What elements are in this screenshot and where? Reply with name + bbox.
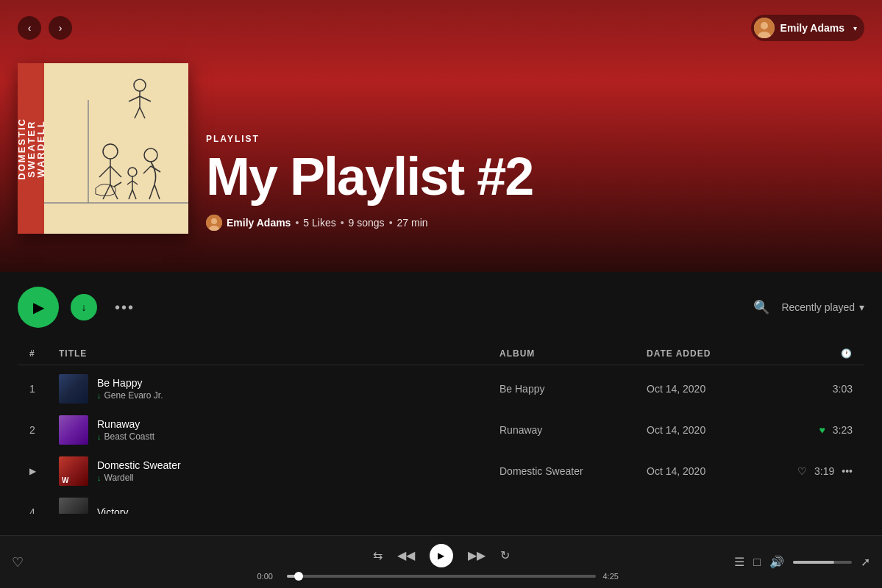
track-number: ▶ [29, 466, 59, 476]
volume-slider[interactable] [793, 561, 852, 564]
back-button[interactable]: ‹ [18, 16, 41, 40]
track-duration: ♡ 3:19 ••• [794, 465, 853, 477]
download-button[interactable]: ↓ [71, 294, 97, 320]
track-artist: ↓ Wardell [97, 473, 181, 483]
downloaded-icon: ↓ [97, 391, 102, 400]
controls-bar: ▶ ↓ ••• 🔍 Recently played ▾ [0, 272, 882, 343]
meta-avatar [206, 215, 222, 231]
playlist-meta: Emily Adams • 5 Likes • 9 songs • 27 min [206, 215, 864, 231]
header-album: ALBUM [499, 348, 647, 359]
player-left: ♡ [12, 554, 232, 570]
heart-icon[interactable]: ♡ [797, 465, 807, 477]
album-spine: DOMESTICSWEATERWARDELL [18, 63, 44, 234]
forward-button[interactable]: › [49, 16, 72, 40]
track-list: # TITLE ALBUM DATE ADDED 🕐 1 Be Happy ↓ … [0, 343, 882, 514]
progress-dot [294, 572, 303, 581]
table-row[interactable]: 2 Runaway ↓ Beast Coastt Runaway Oct 14,… [18, 409, 864, 451]
track-info: Be Happy ↓ Gene Evaro Jr. [59, 374, 499, 404]
top-bar: ‹ › Emily Adams ▾ [18, 15, 864, 41]
search-button[interactable]: 🔍 [753, 299, 769, 315]
track-name: Victory [97, 506, 129, 514]
track-name: Runaway [97, 418, 154, 430]
meta-duration: 27 min [397, 217, 428, 229]
progress-bar[interactable]: 0:00 4:25 [257, 572, 625, 581]
time-current: 0:00 [257, 572, 280, 581]
header-title: TITLE [59, 348, 499, 359]
track-duration: ♥ 3:23 [794, 424, 853, 436]
player-controls: ⇆ ◀◀ ▶ ▶▶ ↻ [373, 544, 510, 567]
header-num: # [29, 348, 59, 359]
play-button[interactable]: ▶ [18, 287, 59, 328]
hero-section: ‹ › Emily Adams ▾ DOMESTICSWEATERWARDELL [0, 0, 882, 272]
more-options-button[interactable]: ••• [109, 296, 141, 319]
heart-icon[interactable]: ♥ [819, 424, 825, 436]
previous-button[interactable]: ◀◀ [397, 548, 415, 562]
volume-fill [793, 561, 834, 564]
svg-rect-3 [44, 63, 188, 234]
table-row[interactable]: 1 Be Happy ↓ Gene Evaro Jr. Be Happy Oct… [18, 368, 864, 409]
play-pause-button[interactable]: ▶ [430, 544, 453, 567]
sort-chevron-icon: ▾ [859, 301, 864, 313]
track-number: 2 [29, 424, 59, 436]
track-duration: 3:03 [794, 383, 853, 395]
track-thumbnail [59, 415, 88, 445]
repeat-button[interactable]: ↻ [500, 548, 510, 562]
header-duration: 🕐 [794, 348, 853, 359]
header-date: DATE ADDED [647, 348, 794, 359]
track-thumbnail [59, 498, 88, 514]
playlist-type-label: PLAYLIST [206, 134, 864, 144]
devices-button[interactable]: □ [753, 556, 761, 569]
track-thumbnail [59, 374, 88, 404]
track-name: Domestic Sweater [97, 459, 181, 471]
time-total: 4:25 [603, 572, 625, 581]
meta-likes: 5 Likes [303, 217, 335, 229]
track-date: Oct 14, 2020 [647, 383, 794, 395]
more-options-small[interactable]: ••• [842, 465, 853, 477]
track-info: Runaway ↓ Beast Coastt [59, 415, 499, 445]
playlist-title: My Playlist #2 [206, 150, 864, 203]
album-art: DOMESTICSWEATERWARDELL [18, 63, 188, 234]
track-artist: ↓ Beast Coastt [97, 431, 154, 442]
track-name: Be Happy [97, 377, 163, 389]
track-date: Oct 14, 2020 [647, 465, 794, 477]
volume-button[interactable]: 🔊 [769, 555, 784, 569]
track-date: Oct 14, 2020 [647, 424, 794, 436]
sort-button[interactable]: Recently played ▾ [781, 301, 864, 313]
track-album: Runaway [499, 424, 647, 436]
avatar [754, 18, 775, 38]
player-heart-icon[interactable]: ♡ [12, 554, 24, 570]
table-row[interactable]: 4 Victory [18, 492, 864, 514]
user-name: Emily Adams [780, 22, 844, 34]
queue-button[interactable]: ☰ [734, 555, 744, 569]
playlist-hero: DOMESTICSWEATERWARDELL [18, 63, 864, 234]
user-profile-menu[interactable]: Emily Adams ▾ [751, 15, 864, 41]
track-list-header: # TITLE ALBUM DATE ADDED 🕐 [18, 343, 864, 365]
track-artist: ↓ Gene Evaro Jr. [97, 390, 163, 401]
track-number: 1 [29, 383, 59, 395]
track-info: Domestic Sweater ↓ Wardell [59, 456, 499, 486]
track-thumbnail [59, 456, 88, 486]
player-center: ⇆ ◀◀ ▶ ▶▶ ↻ 0:00 4:25 [232, 544, 650, 581]
chevron-down-icon: ▾ [853, 24, 857, 32]
svg-point-1 [761, 22, 768, 29]
sort-label: Recently played [781, 301, 855, 313]
progress-track[interactable] [287, 575, 596, 578]
shuffle-button[interactable]: ⇆ [373, 548, 383, 562]
table-row[interactable]: ▶ Domestic Sweater ↓ Wardell Domestic Sw… [18, 451, 864, 492]
nav-buttons: ‹ › [18, 16, 72, 40]
track-album: Be Happy [499, 383, 647, 395]
playlist-info: PLAYLIST My Playlist #2 Emily Adams • 5 … [206, 134, 864, 234]
track-album: Domestic Sweater [499, 465, 647, 477]
downloaded-icon: ↓ [97, 432, 102, 441]
controls-right: 🔍 Recently played ▾ [753, 299, 864, 315]
track-info: Victory [59, 498, 499, 514]
track-number: 4 [29, 506, 59, 514]
next-button[interactable]: ▶▶ [468, 548, 486, 562]
player-right: ☰ □ 🔊 ➚ [650, 555, 870, 569]
meta-songs: 9 songs [349, 217, 385, 229]
fullscreen-button[interactable]: ➚ [861, 555, 870, 569]
meta-author: Emily Adams [227, 217, 291, 229]
player-bar: ♡ ⇆ ◀◀ ▶ ▶▶ ↻ 0:00 4:25 ☰ □ 🔊 ➚ [0, 535, 882, 588]
downloaded-icon: ↓ [97, 473, 102, 482]
svg-point-31 [211, 218, 217, 224]
